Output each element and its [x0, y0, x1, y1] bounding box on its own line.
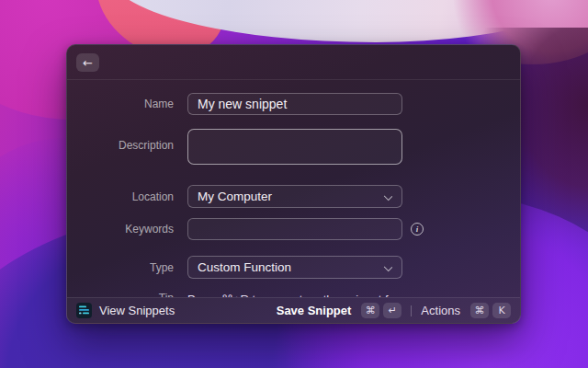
action-bar: View Snippets Save Snippet ⌘ ↵ Actions ⌘…	[67, 297, 520, 323]
actions-label: Actions	[421, 304, 460, 317]
name-field-row: Name	[67, 93, 520, 115]
description-label: Description	[67, 129, 174, 152]
footer-divider	[411, 305, 412, 316]
keywords-field-row: Keywords i	[67, 218, 520, 240]
info-icon[interactable]: i	[411, 223, 424, 236]
location-dropdown[interactable]: My Computer	[187, 185, 402, 208]
type-label: Type	[67, 261, 174, 274]
cmd-key-icon: ⌘	[361, 303, 379, 318]
cmd-key-icon: ⌘	[470, 303, 489, 318]
description-textarea[interactable]	[187, 129, 402, 165]
snippet-form-window: ← Name Description Location My Computer	[66, 44, 521, 324]
save-snippet-label: Save Snippet	[277, 304, 352, 317]
code-lines-glyph	[78, 305, 90, 316]
back-arrow-icon: ←	[83, 56, 93, 70]
chevron-down-icon	[384, 263, 392, 271]
location-label: Location	[67, 190, 174, 203]
name-label: Name	[67, 98, 174, 110]
description-field-row: Description	[67, 129, 520, 168]
chevron-down-icon	[384, 192, 392, 201]
save-snippet-button[interactable]: Save Snippet ⌘ ↵	[277, 303, 402, 318]
back-button[interactable]: ←	[76, 53, 99, 72]
name-input[interactable]	[187, 93, 402, 115]
window-header: ←	[67, 45, 520, 80]
snippets-app-icon	[76, 303, 92, 318]
keywords-label: Keywords	[67, 223, 174, 236]
location-field-row: Location My Computer	[67, 185, 520, 208]
keywords-input[interactable]	[187, 218, 402, 240]
k-key: K	[492, 303, 511, 318]
type-dropdown[interactable]: Custom Function	[187, 256, 402, 279]
location-value: My Computer	[198, 190, 272, 203]
enter-key-icon: ↵	[383, 303, 401, 318]
type-value: Custom Function	[198, 260, 291, 274]
actions-button[interactable]: Actions ⌘ K	[421, 303, 511, 318]
form-content: Name Description Location My Computer Ke…	[67, 81, 520, 297]
type-field-row: Type Custom Function	[67, 256, 520, 279]
view-snippets-label: View Snippets	[99, 304, 175, 317]
